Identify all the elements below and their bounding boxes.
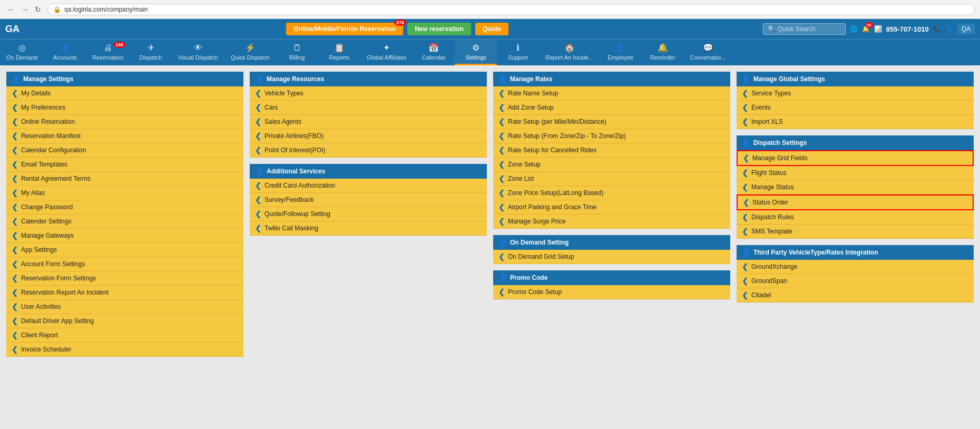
manage-settings-item-17[interactable]: ❮ Client Report bbox=[6, 328, 243, 343]
dispatch-settings-item-0[interactable]: ❮ Manage Grid Fields bbox=[737, 150, 974, 166]
tab-icon-support: ℹ bbox=[516, 43, 520, 53]
manage-rates-item-5[interactable]: ❮ Zone Setup bbox=[493, 158, 730, 172]
nav-tab-visual-dispatch[interactable]: 👁 Visual Dispatch bbox=[172, 40, 224, 65]
arrow-icon: ❮ bbox=[255, 224, 261, 232]
nav-tab-settings[interactable]: ⚙ Settings bbox=[455, 40, 497, 65]
tab-icon-reservation: 🖨 bbox=[104, 43, 112, 53]
manage-resources-item-1[interactable]: ❮ Cars bbox=[250, 101, 487, 115]
tab-icon-visual-dispatch: 👁 bbox=[194, 43, 202, 53]
additional-services-header: 👤 Additional Services bbox=[250, 164, 487, 179]
third-party-item-2[interactable]: ❮ Citadel bbox=[737, 288, 974, 303]
manage-rates-item-2[interactable]: ❮ Rate Setup (per Mile/Min/Distance) bbox=[493, 115, 730, 129]
nav-tab-reminder[interactable]: 🔔 Reminder bbox=[642, 40, 684, 65]
nav-tab-report-incident[interactable]: 🏠 Report An Incide... bbox=[539, 40, 600, 65]
arrow-icon: ❮ bbox=[255, 146, 261, 154]
forward-button[interactable]: → bbox=[19, 4, 31, 15]
additional-services-item-2[interactable]: ❮ Quote/Followup Setting bbox=[250, 207, 487, 221]
browser-nav[interactable]: ← → ↻ bbox=[5, 4, 43, 15]
dispatch-settings-item-label-1: Flight Status bbox=[751, 169, 787, 177]
arrow-icon: ❮ bbox=[255, 132, 261, 140]
manage-resources-item-0[interactable]: ❮ Vehicle Types bbox=[250, 86, 487, 101]
manage-resources-item-4[interactable]: ❮ Point Of Interest(POI) bbox=[250, 143, 487, 158]
manage-settings-item-9[interactable]: ❮ Calender Settings bbox=[6, 214, 243, 229]
nav-tab-accounts[interactable]: 👤 Accounts bbox=[44, 40, 86, 65]
on-demand-item-0[interactable]: ❮ On Demand Grid Setup bbox=[493, 250, 730, 264]
tab-icon-reminder: 🔔 bbox=[658, 43, 668, 53]
manage-settings-item-13[interactable]: ❮ Reservation Form Settings bbox=[6, 271, 243, 286]
notification-icon-wrapper[interactable]: 🔔 50 bbox=[862, 25, 870, 33]
on-demand-items: ❮ On Demand Grid Setup bbox=[493, 250, 730, 264]
manage-rates-item-0[interactable]: ❮ Rate Name Setup bbox=[493, 86, 730, 101]
nav-tab-support[interactable]: ℹ Support bbox=[497, 40, 539, 65]
dispatch-settings-item-1[interactable]: ❮ Flight Status bbox=[737, 166, 974, 180]
nav-tab-employee[interactable]: 👤 Employee bbox=[600, 40, 642, 65]
manage-settings-item-16[interactable]: ❮ Default Driver App Setting bbox=[6, 314, 243, 328]
manage-rates-item-3[interactable]: ❮ Rate Setup (From Zone/Zip - To Zone/Zi… bbox=[493, 129, 730, 143]
manage-settings-item-10[interactable]: ❮ Manage Gateways bbox=[6, 229, 243, 243]
nav-tab-dispatch[interactable]: ✈ Dispatch bbox=[130, 40, 172, 65]
online-reservation-button[interactable]: Online/Mobile/Farmin Reservation 676 bbox=[286, 23, 403, 35]
new-reservation-button[interactable]: New reservation bbox=[407, 23, 471, 35]
manage-rates-item-4[interactable]: ❮ Rate Setup for Cancelled Rides bbox=[493, 143, 730, 158]
manage-settings-item-0[interactable]: ❮ My Details bbox=[6, 86, 243, 101]
manage-settings-item-7[interactable]: ❮ My Alias bbox=[6, 186, 243, 200]
manage-rates-item-7[interactable]: ❮ Zone Price Setup(LatLong Based) bbox=[493, 186, 730, 200]
search-input[interactable] bbox=[778, 25, 841, 33]
nav-tab-reports[interactable]: 📋 Reports bbox=[318, 40, 360, 65]
manage-rates-item-6[interactable]: ❮ Zone List bbox=[493, 172, 730, 186]
manage-global-settings-item-0[interactable]: ❮ Service Types bbox=[737, 86, 974, 101]
manage-settings-item-label-14: Reservation Report An Incident bbox=[21, 289, 109, 296]
manage-settings-item-4[interactable]: ❮ Calendar Configuration bbox=[6, 143, 243, 158]
address-bar[interactable]: 🔒 qa.loginla.com/company/main bbox=[47, 4, 975, 15]
manage-settings-item-2[interactable]: ❮ Online Reservation bbox=[6, 115, 243, 129]
nav-tab-billing[interactable]: 🗒 Billing bbox=[276, 40, 318, 65]
manage-rates-item-1[interactable]: ❮ Add Zone Setup bbox=[493, 101, 730, 115]
manage-resources-item-2[interactable]: ❮ Sales Agents bbox=[250, 115, 487, 129]
manage-global-settings-item-2[interactable]: ❮ Import XLS bbox=[737, 115, 974, 129]
manage-settings-item-label-18: Invoice Scheduler bbox=[21, 346, 71, 353]
nav-tab-conversation[interactable]: 💬 Conversatio... bbox=[684, 40, 732, 65]
dispatch-settings-item-3[interactable]: ❮ Status Order bbox=[737, 194, 974, 210]
nav-tab-calendar[interactable]: 📅 Calendar bbox=[413, 40, 455, 65]
nav-tab-reservation[interactable]: 🖨 Reservation 188 bbox=[86, 40, 130, 65]
third-party-item-0[interactable]: ❮ GroundXchange bbox=[737, 260, 974, 274]
third-party-item-1[interactable]: ❮ GroundSpan bbox=[737, 274, 974, 288]
additional-services-item-1[interactable]: ❮ Survey/Feedback bbox=[250, 193, 487, 207]
manage-settings-item-5[interactable]: ❮ Email Templates bbox=[6, 158, 243, 172]
manage-settings-item-12[interactable]: ❮ Account Form Settings bbox=[6, 257, 243, 271]
manage-settings-item-15[interactable]: ❮ User Activities bbox=[6, 300, 243, 314]
column-4: 👤 Manage Global Settings ❮ Service Types… bbox=[737, 72, 974, 425]
back-button[interactable]: ← bbox=[5, 4, 17, 15]
arrow-icon: ❮ bbox=[255, 181, 261, 190]
manage-settings-item-8[interactable]: ❮ Change Password bbox=[6, 200, 243, 214]
arrow-icon: ❮ bbox=[742, 89, 748, 97]
dispatch-settings-item-4[interactable]: ❮ Dispatch Rules bbox=[737, 210, 974, 225]
manage-settings-item-18[interactable]: ❮ Invoice Scheduler bbox=[6, 343, 243, 357]
manage-settings-item-6[interactable]: ❮ Rental Agreement Terms bbox=[6, 172, 243, 186]
arrow-icon: ❮ bbox=[12, 132, 18, 140]
nav-tab-on-demand[interactable]: ◎ On Demand bbox=[0, 40, 44, 65]
manage-settings-item-3[interactable]: ❮ Reservation Manifest bbox=[6, 129, 243, 143]
search-box[interactable]: 🔍 bbox=[763, 23, 846, 35]
promo-code-item-0[interactable]: ❮ Promo Code Setup bbox=[493, 285, 730, 299]
manage-global-settings-item-1[interactable]: ❮ Events bbox=[737, 101, 974, 115]
additional-services-item-label-2: Quote/Followup Setting bbox=[264, 210, 330, 218]
reload-button[interactable]: ↻ bbox=[33, 4, 43, 15]
additional-services-item-0[interactable]: ❮ Credit Card Authorization bbox=[250, 179, 487, 193]
manage-settings-item-11[interactable]: ❮ App Settings bbox=[6, 243, 243, 257]
additional-services-item-3[interactable]: ❮ Twilio Call Masking bbox=[250, 221, 487, 236]
manage-settings-item-14[interactable]: ❮ Reservation Report An Incident bbox=[6, 286, 243, 300]
manage-resources-item-3[interactable]: ❮ Private Airlines(FBO) bbox=[250, 129, 487, 143]
dispatch-settings-item-2[interactable]: ❮ Manage Status bbox=[737, 180, 974, 194]
manage-settings-item-label-15: User Activities bbox=[21, 303, 61, 310]
nav-tab-global-affiliates[interactable]: ✦ Global Affiliates bbox=[360, 40, 413, 65]
manage-rates-item-9[interactable]: ❮ Manage Surge Price bbox=[493, 214, 730, 229]
manage-rates-item-label-4: Rate Setup for Cancelled Rides bbox=[508, 147, 596, 154]
dispatch-settings-item-5[interactable]: ❮ SMS Template bbox=[737, 225, 974, 239]
quote-button[interactable]: Quote bbox=[475, 23, 508, 35]
manage-rates-item-8[interactable]: ❮ Airport Parking and Grace Time bbox=[493, 200, 730, 214]
nav-tab-quick-dispatch[interactable]: ⚡ Quick Dispatch bbox=[224, 40, 276, 65]
manage-settings-item-1[interactable]: ❮ My Preferences bbox=[6, 101, 243, 115]
user-button[interactable]: QA bbox=[957, 24, 975, 34]
tab-icon-quick-dispatch: ⚡ bbox=[245, 43, 256, 53]
